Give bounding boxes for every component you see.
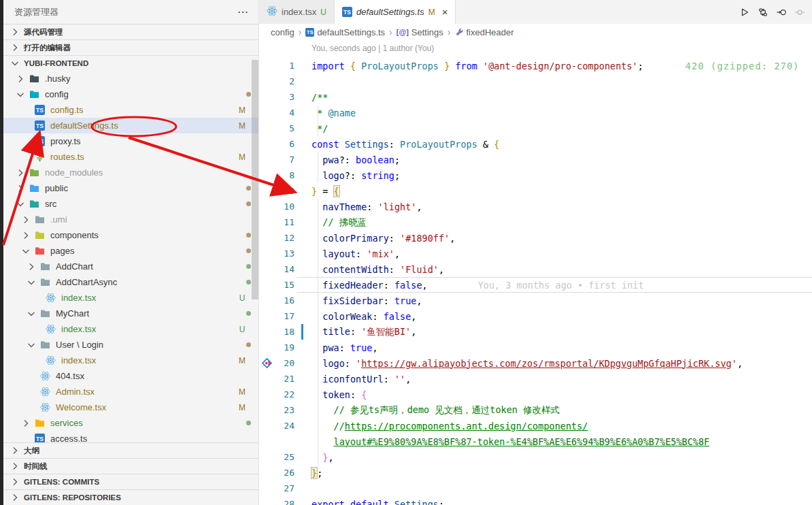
tree-item-config-ts[interactable]: TSconfig.tsM: [3, 102, 258, 118]
more-actions-icon[interactable]: ⋯: [237, 9, 249, 16]
code-text: },: [311, 452, 334, 463]
tree-item-login-index-tsx[interactable]: index.tsxM: [3, 353, 258, 368]
tree-item-welcome-tsx[interactable]: Welcome.tsxM: [3, 400, 258, 415]
folder-services-icon: [35, 419, 46, 427]
tree-item-pages[interactable]: pages: [3, 243, 258, 259]
line-number: 24: [275, 421, 294, 431]
sidebar-title-label: 资源管理器: [14, 6, 58, 18]
line-number: 2: [275, 76, 294, 86]
code-line-9[interactable]: 9} = {: [259, 183, 812, 199]
code-line-6[interactable]: 6const Settings: ProLayoutProps & {: [259, 136, 812, 152]
tree-item-label: index.tsx: [61, 293, 96, 303]
glyph-margin: [259, 449, 275, 465]
section-source-control[interactable]: 源代码管理: [3, 24, 258, 39]
tree-item-services[interactable]: services: [3, 415, 258, 431]
chevron-icon: [13, 89, 29, 100]
section-project-root[interactable]: YUBI-FRONTEND: [3, 55, 258, 71]
code-text: * @name: [311, 108, 356, 118]
tree-item-proxy-ts[interactable]: TSproxy.ts: [3, 133, 258, 149]
code-line-20[interactable]: 20 logo: 'https://gw.alipayobjects.com/z…: [259, 355, 812, 371]
sidebar-bottom-panels: 大纲时间线GITLENS: COMMITSGITLENS: REPOSITORI…: [3, 442, 258, 505]
code-line-16[interactable]: 16 fixSiderbar: true,: [259, 293, 812, 308]
tree-item-routes-ts[interactable]: routes.tsM: [3, 149, 258, 165]
chevron-icon: [18, 418, 35, 429]
tree-item-addchart[interactable]: AddChart: [3, 259, 258, 274]
code-line-25[interactable]: 25 },: [259, 449, 812, 465]
section-gitlens-commits[interactable]: GITLENS: COMMITS: [3, 474, 258, 489]
glyph-margin: [259, 246, 275, 261]
tree-item-admin-tsx[interactable]: Admin.tsxM: [3, 384, 258, 400]
tree-item-mychart[interactable]: MyChart: [3, 306, 258, 321]
code-line-5[interactable]: 5 */: [259, 120, 812, 136]
breadcrumb-config[interactable]: config: [271, 27, 294, 37]
line-number: 5: [275, 123, 294, 133]
sidebar-scrollbar[interactable]: [252, 60, 258, 299]
tree-item-defaultsettings-ts[interactable]: TSdefaultSettings.tsM: [3, 118, 258, 133]
tree-item-components[interactable]: components: [3, 227, 258, 243]
code-line-1[interactable]: 1import { ProLayoutProps } from '@ant-de…: [259, 58, 812, 74]
modified-dot-icon: [246, 264, 251, 269]
code-line-28[interactable]: 28export default Settings;: [259, 496, 812, 505]
line-number: 19: [275, 342, 294, 353]
code-line-3[interactable]: 3/**: [259, 89, 812, 105]
tab-defaultsettings-ts[interactable]: TS defaultSettings.ts M ×: [335, 0, 456, 24]
code-line-21[interactable]: 21 iconfontUrl: '',: [259, 371, 812, 387]
tree-item-node-modules[interactable]: node_modules: [3, 165, 258, 180]
section-timeline[interactable]: 时间线: [3, 458, 258, 474]
code-line-18[interactable]: 18 title: '鱼智能BI',: [259, 324, 812, 340]
breadcrumb-file[interactable]: defaultSettings.ts: [317, 27, 385, 37]
tab-index-tsx[interactable]: index.tsx U: [259, 0, 335, 24]
tree-item-label: 404.tsx: [56, 371, 84, 381]
code-line-10[interactable]: 10 navTheme: 'light',: [259, 199, 812, 214]
folder-plain-icon: [40, 278, 52, 287]
code-line-24[interactable]: 24 //https://procomponents.ant.design/co…: [259, 418, 812, 434]
code-line-27[interactable]: 27: [259, 480, 812, 496]
code-line-14[interactable]: 14 contentWidth: 'Fluid',: [259, 261, 812, 277]
toggle-inline-view-icon[interactable]: [776, 7, 787, 18]
code-line-12[interactable]: 12 colorPrimary: '#1890ff',: [259, 230, 812, 246]
modified-dot-icon: [246, 421, 251, 425]
folder-plain-icon: [40, 262, 52, 271]
tree-item-husky[interactable]: .husky: [3, 71, 258, 86]
code-line-17[interactable]: 17 colorWeak: false,: [259, 308, 812, 324]
code-line-19[interactable]: 19 pwa: true,: [259, 340, 812, 355]
open-changes-icon[interactable]: [758, 7, 768, 18]
tree-item-label: defaultSettings.ts: [50, 120, 118, 131]
code-line-25-wrap[interactable]: layout#%E9%80%9A%E8%BF%87-token-%E4%BF%A…: [259, 434, 812, 449]
tree-item-label: AddChartAsync: [56, 277, 117, 287]
glyph-margin: [259, 371, 275, 387]
section-gitlens-repositories[interactable]: GITLENS: REPOSITORIES: [3, 489, 258, 505]
code-text: logo?: string;: [311, 170, 400, 181]
tree-item-addchartasync-index-tsx[interactable]: index.tsxU: [3, 290, 258, 306]
tree-item-mychart-index-tsx[interactable]: index.tsxU: [3, 321, 258, 337]
breadcrumb-symbol-settings[interactable]: Settings: [411, 27, 443, 37]
section-open-editors[interactable]: 打开的编辑器: [3, 39, 258, 55]
breadcrumb-symbol-fixedheader[interactable]: fixedHeader: [467, 27, 514, 37]
code-line-13[interactable]: 13 layout: 'mix',: [259, 246, 812, 261]
tree-item-umi[interactable]: .umi: [3, 212, 258, 227]
code-line-23[interactable]: 23 // 参见ts声明，demo 见文档，通过token 修改样式: [259, 402, 812, 418]
run-icon[interactable]: [739, 7, 750, 18]
code-line-11[interactable]: 11 // 拂晓蓝: [259, 214, 812, 230]
git-status-badge: M: [237, 356, 248, 365]
folder-husky-icon: [29, 74, 41, 83]
glyph-margin: [259, 465, 275, 480]
code-line-8[interactable]: 8 logo?: string;: [259, 167, 812, 183]
code-line-4[interactable]: 4 * @name: [259, 105, 812, 120]
tree-item-user-login[interactable]: User \ Login: [3, 337, 258, 353]
tree-item-config[interactable]: config: [3, 86, 258, 102]
chevron-icon: [24, 340, 40, 351]
code-line-22[interactable]: 22 token: {: [259, 387, 812, 402]
code-line-2[interactable]: 2: [259, 74, 812, 89]
code-line-26[interactable]: 26};: [259, 465, 812, 480]
code-line-15[interactable]: 15 fixedHeader: false,You, 3 months ago …: [259, 277, 812, 293]
codelens-authors[interactable]: You, seconds ago | 1 author (You): [259, 40, 812, 56]
tree-item-src[interactable]: src: [3, 196, 258, 212]
code-text: iconfontUrl: '',: [311, 374, 411, 385]
tree-item-public[interactable]: public: [3, 180, 258, 196]
section-outline[interactable]: 大纲: [3, 442, 258, 458]
tree-item-addchartasync[interactable]: AddChartAsync: [3, 274, 258, 290]
tree-item-404-tsx[interactable]: 404.tsx: [3, 368, 258, 384]
code-line-7[interactable]: 7 pwa?: boolean;: [259, 152, 812, 167]
close-icon[interactable]: ×: [442, 6, 448, 18]
